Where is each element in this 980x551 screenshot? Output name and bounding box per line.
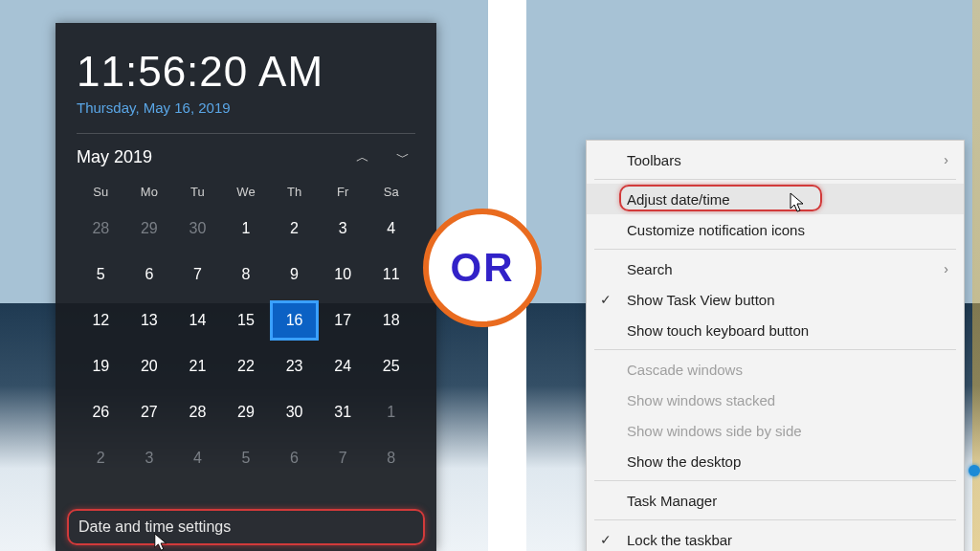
calendar-day[interactable]: 25 bbox=[367, 346, 415, 386]
clock-time: 11:56:20 AM bbox=[77, 48, 415, 96]
calendar-day[interactable]: 3 bbox=[319, 209, 368, 249]
calendar-day[interactable]: 31 bbox=[319, 392, 368, 432]
menu-item[interactable]: ✓Show Task View button bbox=[587, 284, 964, 315]
date-time-settings-link[interactable]: Date and time settings bbox=[78, 518, 413, 536]
calendar-day[interactable]: 5 bbox=[222, 438, 271, 478]
calendar-day[interactable]: 15 bbox=[222, 300, 271, 341]
menu-item-label: Show windows stacked bbox=[627, 392, 775, 408]
menu-item[interactable]: Adjust date/time bbox=[587, 184, 964, 214]
calendar-day[interactable]: 24 bbox=[319, 346, 368, 386]
menu-item[interactable]: Customize notification icons bbox=[587, 214, 964, 245]
calendar-day[interactable]: 7 bbox=[173, 254, 222, 295]
separator bbox=[77, 133, 415, 134]
calendar-day[interactable]: 5 bbox=[77, 254, 125, 295]
menu-item[interactable]: ✓Lock the taskbar bbox=[587, 524, 964, 551]
calendar-day[interactable]: 21 bbox=[173, 346, 222, 386]
dow-label: We bbox=[222, 185, 271, 199]
menu-item-label: Customize notification icons bbox=[627, 222, 805, 238]
calendar-day[interactable]: 10 bbox=[319, 254, 368, 295]
calendar-day[interactable]: 8 bbox=[222, 254, 271, 295]
dow-label: Tu bbox=[173, 185, 222, 199]
menu-separator bbox=[594, 519, 956, 520]
dow-label: Sa bbox=[367, 185, 415, 199]
menu-item: Show windows stacked bbox=[587, 385, 964, 415]
or-label: OR bbox=[451, 245, 515, 291]
menu-item[interactable]: Show the desktop bbox=[587, 446, 964, 476]
menu-item-label: Show the desktop bbox=[627, 453, 741, 470]
calendar-day[interactable]: 27 bbox=[125, 392, 174, 432]
month-label[interactable]: May 2019 bbox=[77, 147, 152, 167]
menu-item[interactable]: Toolbars› bbox=[587, 144, 964, 175]
day-of-week-header: SuMoTuWeThFrSa bbox=[77, 185, 415, 199]
month-nav: ︿ ﹀ bbox=[356, 149, 415, 166]
chevron-up-icon[interactable]: ︿ bbox=[356, 149, 369, 166]
calendar-day[interactable]: 1 bbox=[222, 209, 271, 249]
highlight-date-time-settings: Date and time settings bbox=[67, 509, 425, 545]
menu-item-label: Show Task View button bbox=[627, 292, 775, 308]
clock-calendar-flyout: 11:56:20 AM Thursday, May 16, 2019 May 2… bbox=[56, 23, 436, 551]
calendar-day[interactable]: 26 bbox=[77, 392, 125, 432]
menu-item-label: Cascade windows bbox=[627, 362, 743, 378]
calendar-day[interactable]: 7 bbox=[319, 438, 368, 478]
calendar-day[interactable]: 11 bbox=[367, 254, 415, 295]
menu-item[interactable]: Show touch keyboard button bbox=[587, 315, 964, 345]
calendar-day[interactable]: 28 bbox=[77, 209, 125, 249]
calendar-grid: 2829301234567891011121314151617181920212… bbox=[77, 209, 415, 478]
dow-label: Su bbox=[77, 185, 125, 199]
menu-item: Cascade windows bbox=[587, 354, 964, 385]
calendar-day[interactable]: 20 bbox=[125, 346, 174, 386]
dow-label: Mo bbox=[125, 185, 174, 199]
menu-separator bbox=[594, 179, 956, 180]
menu-item-label: Toolbars bbox=[627, 152, 681, 168]
calendar-day[interactable]: 1 bbox=[367, 392, 415, 432]
calendar-day[interactable]: 29 bbox=[222, 392, 271, 432]
chevron-right-icon: › bbox=[944, 152, 948, 167]
calendar-day[interactable]: 2 bbox=[77, 438, 125, 478]
calendar-day[interactable]: 14 bbox=[173, 300, 222, 341]
calendar-day[interactable]: 6 bbox=[270, 438, 319, 478]
taskbar-context-menu: Toolbars›Adjust date/timeCustomize notif… bbox=[586, 140, 965, 551]
calendar-day[interactable]: 23 bbox=[270, 346, 319, 386]
menu-separator bbox=[594, 249, 956, 250]
menu-item-label: Task Manager bbox=[627, 493, 717, 509]
mouse-cursor-icon bbox=[789, 191, 808, 214]
chevron-down-icon[interactable]: ﹀ bbox=[396, 149, 410, 166]
menu-item-label: Show touch keyboard button bbox=[627, 322, 809, 339]
calendar-day[interactable]: 13 bbox=[125, 300, 174, 341]
edge-indicator bbox=[969, 465, 980, 476]
menu-item[interactable]: Task Manager bbox=[587, 485, 964, 516]
calendar-day[interactable]: 19 bbox=[77, 346, 125, 386]
calendar-day[interactable]: 9 bbox=[270, 254, 319, 295]
menu-item-label: Search bbox=[627, 261, 673, 277]
clock-date-long[interactable]: Thursday, May 16, 2019 bbox=[77, 99, 415, 116]
check-icon: ✓ bbox=[600, 532, 612, 547]
menu-item-label: Adjust date/time bbox=[627, 191, 730, 208]
calendar-day[interactable]: 8 bbox=[367, 438, 415, 478]
dow-label: Fr bbox=[319, 185, 368, 199]
calendar-day[interactable]: 29 bbox=[125, 209, 174, 249]
calendar-day[interactable]: 3 bbox=[125, 438, 174, 478]
menu-item: Show windows side by side bbox=[587, 415, 964, 446]
calendar-day[interactable]: 4 bbox=[367, 209, 415, 249]
menu-item[interactable]: Search› bbox=[587, 253, 964, 284]
calendar-day[interactable]: 6 bbox=[125, 254, 174, 295]
chevron-right-icon: › bbox=[944, 261, 948, 276]
menu-item-label: Show windows side by side bbox=[627, 423, 802, 439]
calendar-day[interactable]: 4 bbox=[173, 438, 222, 478]
calendar-day[interactable]: 17 bbox=[319, 300, 368, 341]
calendar-day[interactable]: 18 bbox=[367, 300, 415, 341]
menu-separator bbox=[594, 349, 956, 350]
month-header: May 2019 ︿ ﹀ bbox=[77, 147, 415, 167]
mouse-cursor-icon bbox=[153, 532, 170, 551]
calendar-day[interactable]: 30 bbox=[173, 209, 222, 249]
calendar-day[interactable]: 22 bbox=[222, 346, 271, 386]
dow-label: Th bbox=[270, 185, 319, 199]
menu-separator bbox=[594, 480, 956, 481]
check-icon: ✓ bbox=[600, 292, 612, 307]
calendar-day[interactable]: 28 bbox=[173, 392, 222, 432]
calendar-day-selected[interactable]: 16 bbox=[270, 300, 319, 341]
calendar-day[interactable]: 30 bbox=[270, 392, 319, 432]
or-badge: OR bbox=[423, 209, 542, 327]
calendar-day[interactable]: 2 bbox=[270, 209, 319, 249]
calendar-day[interactable]: 12 bbox=[77, 300, 125, 341]
